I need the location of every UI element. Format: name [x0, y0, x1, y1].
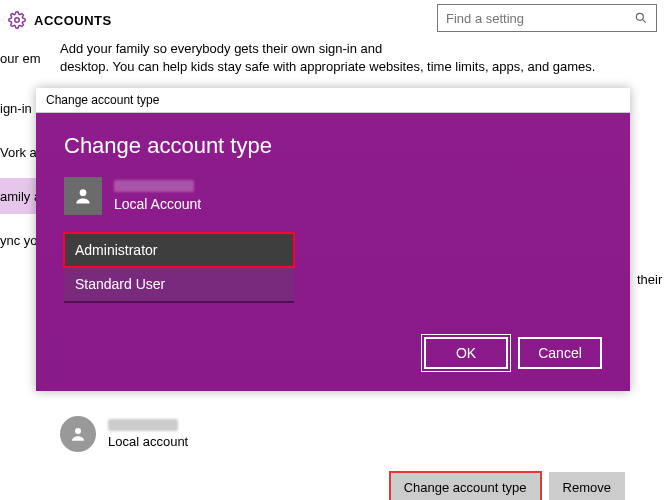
- search-icon: [634, 11, 648, 25]
- account-type-dropdown[interactable]: Administrator Standard User: [64, 233, 294, 301]
- dialog-user-name-redacted: [114, 180, 194, 192]
- svg-line-2: [642, 19, 645, 22]
- user-name-redacted: [108, 419, 178, 431]
- avatar-icon: [64, 177, 102, 215]
- option-administrator[interactable]: Administrator: [64, 233, 294, 267]
- change-account-type-dialog: Change account type Change account type …: [36, 88, 630, 391]
- svg-point-1: [636, 13, 643, 20]
- search-input[interactable]: [446, 11, 634, 26]
- sidebar-item-work[interactable]: Vork a: [0, 134, 40, 170]
- svg-point-3: [75, 428, 81, 434]
- dialog-user-block: Local Account: [64, 177, 602, 215]
- sidebar-item-signin[interactable]: ign-in: [0, 90, 40, 126]
- cancel-button[interactable]: Cancel: [518, 337, 602, 369]
- header-title: ACCOUNTS: [34, 13, 112, 28]
- gear-icon: [8, 11, 26, 29]
- svg-point-4: [80, 189, 87, 196]
- dialog-titlebar: Change account type: [36, 88, 630, 113]
- sidebar-item-email[interactable]: our email and accounts: [0, 40, 40, 76]
- change-account-type-button[interactable]: Change account type: [390, 472, 541, 500]
- sidebar-item-family[interactable]: amily a: [0, 178, 40, 214]
- search-box[interactable]: [437, 4, 657, 32]
- user-subtitle: Local account: [108, 434, 188, 449]
- user-row: Local account: [60, 416, 645, 452]
- avatar-icon: [60, 416, 96, 452]
- dialog-user-subtitle: Local Account: [114, 196, 201, 212]
- intro-line-cut: Add your family so everybody gets their …: [60, 41, 382, 56]
- intro-line-rest: desktop. You can help kids stay safe wit…: [60, 59, 595, 74]
- dialog-user-meta: Local Account: [114, 180, 201, 212]
- user-meta: Local account: [108, 419, 188, 449]
- dialog-actions: OK Cancel: [64, 337, 602, 369]
- overflow-text: their: [637, 272, 665, 287]
- intro-text: Add your family so everybody gets their …: [60, 40, 645, 76]
- action-row: Change account type Remove: [60, 472, 645, 500]
- dialog-body: Change account type Local Account Admini…: [36, 113, 630, 391]
- sidebar: our email and accounts ign-in Vork a ami…: [0, 40, 40, 500]
- option-standard-user[interactable]: Standard User: [64, 267, 294, 301]
- sidebar-item-sync[interactable]: ync yo: [0, 222, 40, 258]
- remove-button[interactable]: Remove: [549, 472, 625, 500]
- ok-button[interactable]: OK: [424, 337, 508, 369]
- header: ACCOUNTS: [0, 0, 665, 40]
- dialog-heading: Change account type: [64, 133, 602, 159]
- svg-point-0: [15, 18, 20, 23]
